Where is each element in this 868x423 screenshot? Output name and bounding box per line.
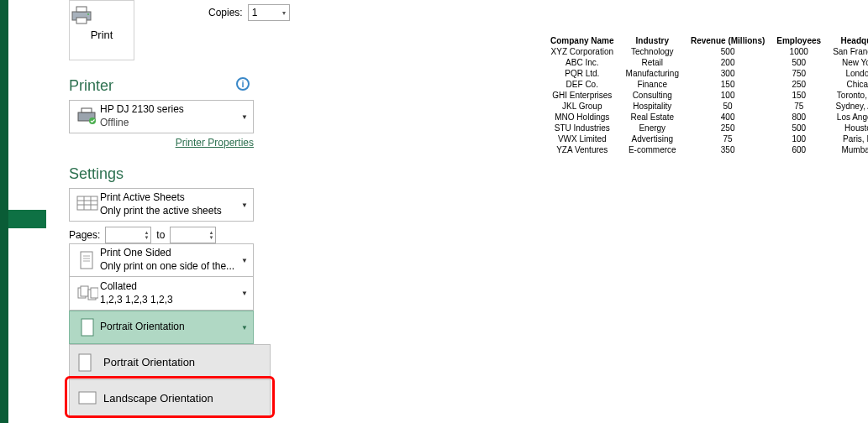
- copies-label: Copies:: [208, 7, 243, 18]
- sheet-icon: [75, 196, 100, 214]
- table-row: GHI EnterprisesConsulting100150Toronto, …: [544, 90, 868, 101]
- table-cell: Consulting: [620, 90, 685, 101]
- chevron-down-icon: ▼: [241, 324, 248, 332]
- table-cell: 600: [771, 144, 827, 155]
- printer-heading: Printer: [69, 77, 296, 95]
- chevron-down-icon: ▾: [282, 9, 286, 17]
- orientation-option-portrait[interactable]: Portrait Orientation: [70, 345, 270, 380]
- table-cell: DEF Co.: [544, 79, 620, 90]
- table-cell: 75: [685, 133, 771, 144]
- table-header: Revenue (Millions): [685, 35, 771, 46]
- print-preview: Company NameIndustryRevenue (Millions)Em…: [544, 35, 868, 155]
- table-cell: E-commerce: [620, 144, 685, 155]
- table-header: Headquarters: [827, 35, 868, 46]
- table-row: STU IndustriesEnergy250500Houston, TX: [544, 123, 868, 133]
- table-cell: Los Angeles, CA: [827, 112, 868, 123]
- table-cell: Sydney, Australia: [827, 101, 868, 112]
- table-cell: YZA Ventures: [544, 144, 620, 155]
- table-cell: 250: [771, 79, 827, 90]
- table-cell: 75: [771, 101, 827, 112]
- table-header: Company Name: [544, 35, 620, 46]
- table-cell: Manufacturing: [620, 68, 685, 79]
- pages-from-input[interactable]: ▲▼: [105, 227, 151, 243]
- table-cell: 750: [771, 68, 827, 79]
- table-cell: 1000: [771, 46, 827, 57]
- svg-rect-12: [81, 252, 92, 269]
- print-what-selector[interactable]: Print Active Sheets Only print the activ…: [69, 188, 254, 222]
- pages-row: Pages: ▲▼ to ▲▼: [69, 227, 254, 243]
- table-row: XYZ CorporationTechnology5001000San Fran…: [544, 46, 868, 57]
- table-cell: MNO Holdings: [544, 112, 620, 123]
- table-cell: 150: [771, 90, 827, 101]
- svg-point-6: [89, 118, 96, 124]
- svg-rect-2: [76, 18, 87, 24]
- pages-label: Pages:: [69, 229, 100, 241]
- table-cell: London, UK: [827, 68, 868, 79]
- table-row: YZA VenturesE-commerce350600Mumbai, Indi…: [544, 144, 868, 155]
- table-cell: VWX Limited: [544, 133, 620, 144]
- table-header: Employees: [771, 35, 827, 46]
- table-cell: 500: [771, 57, 827, 68]
- print-button-label: Print: [70, 29, 134, 41]
- svg-rect-20: [82, 319, 93, 336]
- table-cell: STU Industries: [544, 123, 620, 133]
- table-cell: Retail: [620, 57, 685, 68]
- orientation-option-landscape[interactable]: Landscape Orientation: [70, 380, 270, 415]
- table-row: PQR Ltd.Manufacturing300750London, UK: [544, 68, 868, 79]
- printer-selector[interactable]: HP DJ 2130 series Offline ▼: [69, 100, 254, 133]
- table-cell: 150: [685, 79, 771, 90]
- table-cell: Technology: [620, 46, 685, 57]
- table-cell: 500: [685, 46, 771, 57]
- copies-input[interactable]: 1 ▾: [248, 4, 290, 21]
- info-icon[interactable]: i: [236, 77, 250, 91]
- chevron-down-icon: ▼: [241, 113, 248, 121]
- table-cell: 500: [771, 123, 827, 133]
- backstage-strip: [0, 0, 8, 423]
- settings-stack: Print Active Sheets Only print the activ…: [69, 188, 254, 416]
- printer-status: Offline: [100, 117, 241, 130]
- print-what-title: Print Active Sheets: [100, 191, 241, 205]
- print-button[interactable]: Print: [69, 0, 134, 60]
- table-cell: 350: [685, 144, 771, 155]
- table-cell: JKL Group: [544, 101, 620, 112]
- svg-rect-21: [79, 354, 91, 371]
- table-cell: ABC Inc.: [544, 57, 620, 68]
- portrait-page-icon: [78, 353, 95, 372]
- table-cell: XYZ Corporation: [544, 46, 620, 57]
- printer-icon: [70, 5, 134, 25]
- chevron-down-icon: ▼: [241, 201, 248, 209]
- table-cell: Finance: [620, 79, 685, 90]
- pages-to-label: to: [156, 229, 165, 241]
- table-cell: Toronto, Canada: [827, 90, 868, 101]
- backstage-selected-tab: [8, 210, 46, 228]
- collation-title: Collated: [100, 280, 241, 294]
- table-cell: Paris, France: [827, 133, 868, 144]
- chevron-down-icon: ▼: [241, 257, 248, 264]
- printer-properties-link[interactable]: Printer Properties: [69, 137, 254, 149]
- orientation-selector[interactable]: Portrait Orientation ▼: [69, 311, 254, 344]
- pages-to-input[interactable]: ▲▼: [170, 227, 216, 243]
- orientation-selected: Portrait Orientation: [100, 321, 241, 334]
- table-row: VWX LimitedAdvertising75100Paris, France: [544, 133, 868, 144]
- table-cell: 50: [685, 101, 771, 112]
- table-row: MNO HoldingsReal Estate400800Los Angeles…: [544, 112, 868, 123]
- table-cell: New York, NY: [827, 57, 868, 68]
- svg-rect-19: [91, 288, 98, 298]
- table-header: Industry: [620, 35, 685, 46]
- preview-table: Company NameIndustryRevenue (Millions)Em…: [544, 35, 868, 155]
- table-cell: Advertising: [620, 133, 685, 144]
- table-cell: Houston, TX: [827, 123, 868, 133]
- table-row: JKL GroupHospitality5075Sydney, Australi…: [544, 101, 868, 112]
- collation-selector[interactable]: Collated 1,2,3 1,2,3 1,2,3 ▼: [69, 277, 254, 311]
- table-cell: 250: [685, 123, 771, 133]
- page-icon: [75, 250, 100, 270]
- table-cell: Energy: [620, 123, 685, 133]
- sides-selector[interactable]: Print One Sided Only print on one side o…: [69, 243, 254, 277]
- sides-title: Print One Sided: [100, 247, 241, 260]
- orientation-menu: Portrait Orientation Landscape Orientati…: [69, 344, 271, 416]
- table-cell: PQR Ltd.: [544, 68, 620, 79]
- table-cell: GHI Enterprises: [544, 90, 620, 101]
- collated-icon: [75, 285, 100, 303]
- table-row: DEF Co.Finance150250Chicago, IL: [544, 79, 868, 90]
- copies-value: 1: [252, 7, 258, 18]
